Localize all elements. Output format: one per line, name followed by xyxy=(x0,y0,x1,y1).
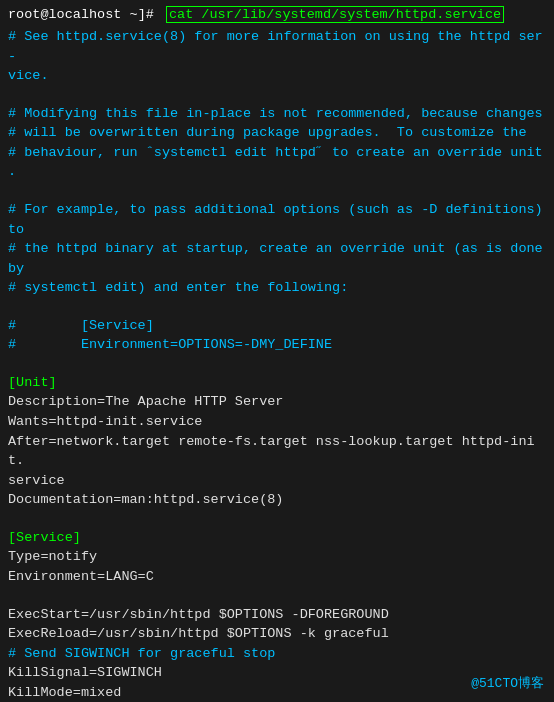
terminal-line: service xyxy=(8,471,546,491)
terminal-line: KillSignal=SIGWINCH xyxy=(8,663,546,683)
terminal-line: Type=notify xyxy=(8,547,546,567)
terminal-line: vice. xyxy=(8,66,546,86)
terminal-line: # See httpd.service(8) for more informat… xyxy=(8,27,546,66)
command-text: cat /usr/lib/systemd/system/httpd.servic… xyxy=(166,6,504,23)
terminal-line: . xyxy=(8,162,546,182)
blank-line xyxy=(8,298,546,316)
terminal-line: # Send SIGWINCH for graceful stop xyxy=(8,644,546,664)
terminal-line: # [Service] xyxy=(8,316,546,336)
prompt-user: root xyxy=(8,7,40,22)
terminal-line: After=network.target remote-fs.target ns… xyxy=(8,432,546,471)
blank-line xyxy=(8,86,546,104)
terminal-line: Wants=httpd-init.service xyxy=(8,412,546,432)
terminal-line: # For example, to pass additional option… xyxy=(8,200,546,220)
terminal-line: # will be overwritten during package upg… xyxy=(8,123,546,143)
blank-line xyxy=(8,182,546,200)
prompt-symbol: ~]# xyxy=(130,7,154,22)
terminal-window: root@localhost ~]# cat /usr/lib/systemd/… xyxy=(0,0,554,702)
terminal-line: ExecReload=/usr/sbin/httpd $OPTIONS -k g… xyxy=(8,624,546,644)
blank-line xyxy=(8,355,546,373)
terminal-line: ExecStart=/usr/sbin/httpd $OPTIONS -DFOR… xyxy=(8,605,546,625)
terminal-line: by xyxy=(8,259,546,279)
terminal-line: # Modifying this file in-place is not re… xyxy=(8,104,546,124)
terminal-line: Environment=LANG=C xyxy=(8,567,546,587)
terminal-line: [Service] xyxy=(8,528,546,548)
terminal-line: to xyxy=(8,220,546,240)
watermark: @51CTO博客 xyxy=(471,674,544,692)
terminal-line: # systemctl edit) and enter the followin… xyxy=(8,278,546,298)
terminal-line: [Unit] xyxy=(8,373,546,393)
terminal-line: KillMode=mixed xyxy=(8,683,546,702)
prompt-at: @ xyxy=(40,7,48,22)
terminal-line: Documentation=man:httpd.service(8) xyxy=(8,490,546,510)
terminal-line: # behaviour, run ˆsystemctl edit httpd˝ … xyxy=(8,143,546,163)
blank-line xyxy=(8,587,546,605)
prompt-host: localhost xyxy=(49,7,122,22)
blank-line xyxy=(8,510,546,528)
terminal-line: Description=The Apache HTTP Server xyxy=(8,392,546,412)
prompt-line: root@localhost ~]# cat /usr/lib/systemd/… xyxy=(8,6,546,23)
terminal-line: # the httpd binary at startup, create an… xyxy=(8,239,546,259)
terminal-line: # Environment=OPTIONS=-DMY_DEFINE xyxy=(8,335,546,355)
terminal-content: # See httpd.service(8) for more informat… xyxy=(8,27,546,702)
